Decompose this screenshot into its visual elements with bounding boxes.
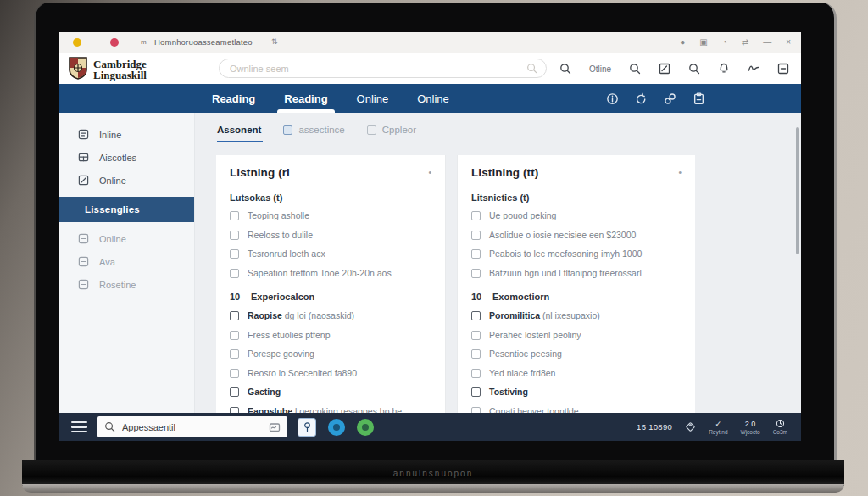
- header-search[interactable]: [219, 59, 547, 78]
- checkbox[interactable]: [230, 311, 239, 320]
- search-icon[interactable]: [629, 63, 641, 75]
- traffic-light-yellow[interactable]: [73, 38, 81, 47]
- checklist-row: Tesronrud loeth acx: [230, 248, 431, 260]
- checklist-row: Reosro lo Scecenited fa890: [230, 368, 431, 380]
- scrollbar[interactable]: [796, 127, 799, 254]
- section-number: 10: [471, 291, 484, 303]
- laptop-base: annuinsnuopon: [22, 460, 844, 486]
- sidebar-item-label: Lissenglies: [85, 204, 140, 215]
- checkbox[interactable]: [471, 269, 481, 278]
- search-icon[interactable]: [559, 63, 571, 75]
- link-icon[interactable]: [664, 92, 676, 105]
- info-icon[interactable]: [606, 92, 619, 105]
- sidebar-item-lissenglies-3[interactable]: Lissenglies: [59, 197, 194, 222]
- undo-icon[interactable]: [635, 92, 648, 105]
- checklist-label: Raopise dg loi (naosaskid): [248, 310, 354, 322]
- clipboard-icon[interactable]: [693, 92, 705, 105]
- doc-icon: [78, 279, 89, 290]
- panel-menu-icon[interactable]: •: [428, 168, 431, 177]
- taskbar-apps: [298, 418, 374, 437]
- clock-icon: [776, 419, 785, 428]
- checkbox[interactable]: [471, 231, 481, 240]
- sidebar-item-label: Online: [99, 234, 126, 244]
- cambridge-linguaskill-logo[interactable]: Cambridge Linguaskill: [68, 56, 147, 83]
- scribble-icon[interactable]: [748, 63, 760, 75]
- approved-indicator[interactable]: ✓ Reyt.nd: [709, 420, 727, 435]
- checkbox[interactable]: [471, 211, 481, 220]
- panel-menu-icon[interactable]: •: [678, 168, 682, 177]
- checkbox[interactable]: [230, 387, 239, 397]
- tab-title[interactable]: Homnhoruoasseametlateo: [154, 37, 253, 47]
- search-icon: [526, 63, 537, 74]
- section-row: 10Exomoctiorn: [471, 291, 682, 303]
- tab-sort-icon[interactable]: ⇅: [271, 37, 278, 46]
- tab-label: assectince: [298, 125, 344, 135]
- checklist-label: Asolidue o iosie necisiee een $23000: [489, 230, 636, 242]
- checkbox[interactable]: [230, 269, 239, 278]
- nav-item-online-3[interactable]: Online: [415, 84, 451, 114]
- checkbox[interactable]: [471, 369, 481, 378]
- tab-assonent[interactable]: Assonent: [217, 125, 261, 135]
- pinned-app-icon[interactable]: [298, 418, 316, 437]
- tab-assectince[interactable]: assectince: [283, 125, 344, 135]
- taskbar-search[interactable]: [97, 416, 287, 437]
- tag-icon[interactable]: [685, 421, 696, 432]
- checklist-label: Peabois to lec meefosoning imyh 1000: [489, 248, 642, 260]
- nav-item-reading-1[interactable]: Reading: [282, 84, 329, 114]
- start-menu-icon[interactable]: [71, 421, 87, 433]
- traffic-light-red[interactable]: [110, 38, 119, 47]
- minimize-icon[interactable]: —: [763, 38, 771, 47]
- checkbox[interactable]: [471, 349, 481, 359]
- checklist-label: Fress etuolies ptfenp: [248, 330, 330, 342]
- checkbox[interactable]: [230, 231, 239, 240]
- panel-subheading: Lutsokas (t): [230, 192, 431, 203]
- checkbox[interactable]: [471, 311, 481, 320]
- main-area: InlineAiscotlesOnlineLissengliesOnlineAv…: [59, 113, 801, 413]
- doc-icon: [78, 233, 89, 244]
- sidebar-item-online-4[interactable]: Online: [59, 227, 194, 250]
- sidebar-item-rosetine-6[interactable]: Rosetine: [59, 273, 194, 296]
- folder-icon: [78, 152, 89, 163]
- blue-app-icon[interactable]: [328, 419, 345, 436]
- sidebar-item-inline-0[interactable]: Inline: [59, 123, 194, 146]
- checkbox[interactable]: [230, 407, 239, 413]
- sidebar-item-ava-5[interactable]: Ava: [59, 250, 194, 273]
- checkbox[interactable]: [471, 387, 481, 397]
- checklist-row: Teoping asholle: [230, 210, 431, 222]
- edit-icon[interactable]: [659, 63, 670, 75]
- clock-indicator[interactable]: Co3m: [773, 419, 787, 435]
- profile-icon[interactable]: ●: [680, 38, 685, 47]
- sidebar-item-label: Inline: [99, 130, 121, 140]
- checkbox[interactable]: [230, 349, 239, 359]
- search-icon[interactable]: [688, 63, 700, 75]
- checklist-label: Tesronrud loeth acx: [248, 248, 326, 260]
- laptop-brand-text: annuinsnuopon: [393, 469, 473, 478]
- sidebar: InlineAiscotlesOnlineLissengliesOnlineAv…: [59, 113, 195, 413]
- header-search-input[interactable]: [228, 63, 526, 75]
- bell-icon[interactable]: [718, 63, 730, 75]
- checkbox[interactable]: [230, 211, 239, 220]
- panel-icon[interactable]: [777, 63, 789, 75]
- close-icon[interactable]: ×: [786, 38, 791, 47]
- laptop-base-edge: [22, 484, 844, 493]
- checkbox[interactable]: [471, 407, 481, 413]
- extensions-icon[interactable]: ▣: [699, 38, 707, 47]
- pencil-icon: [78, 175, 89, 186]
- history-icon[interactable]: ◔: [722, 38, 727, 47]
- green-app-icon[interactable]: [357, 419, 374, 436]
- nav-item-reading-0[interactable]: Reading: [210, 84, 257, 114]
- checkbox[interactable]: [230, 249, 239, 259]
- checklist-row: Sapeation frettom Tooe 20h-20n aos: [230, 268, 431, 280]
- sidebar-item-online-2[interactable]: Online: [59, 169, 194, 192]
- checkbox[interactable]: [230, 331, 239, 340]
- checklist: Teoping asholleReeloss to dulileTesronru…: [230, 210, 431, 413]
- sidebar-item-aiscotles-1[interactable]: Aiscotles: [59, 146, 194, 169]
- checkbox[interactable]: [471, 331, 481, 340]
- checkbox[interactable]: [230, 369, 239, 378]
- checklist-row: Asolidue o iosie necisiee een $23000: [471, 230, 682, 242]
- taskbar-search-input[interactable]: [120, 421, 264, 433]
- tab-cppleor[interactable]: Cppleor: [367, 125, 416, 135]
- nav-item-online-2[interactable]: Online: [355, 84, 391, 114]
- sync-icon[interactable]: ⇄: [742, 38, 748, 47]
- checkbox[interactable]: [471, 249, 481, 259]
